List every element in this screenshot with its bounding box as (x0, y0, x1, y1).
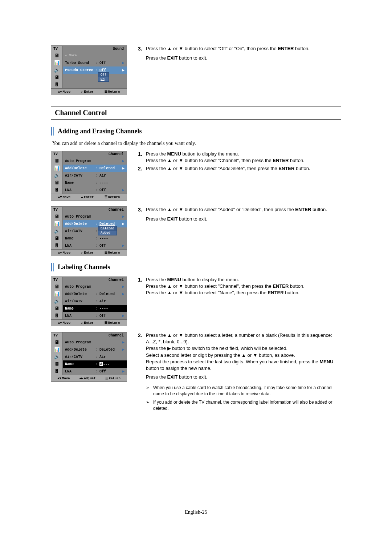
menu-row-pseudo-stereo[interactable]: Pseudo Stereo : Off ▶ Off On (63, 66, 127, 74)
sound-instructions: 3. Press the ▲ or ▼ button to select "Of… (138, 45, 341, 61)
name-edit-char[interactable]: A (99, 362, 103, 366)
label-instructions-2: 2. Press the ▲ or ▼ button to select a l… (138, 332, 341, 414)
right-icon: ▶ (122, 68, 124, 72)
subsection-adding-erasing: Adding and Erasing Channels (51, 127, 341, 136)
icon-sliders: 🎚 (51, 81, 62, 88)
add-delete-instructions-12: 1. Press the MENU button to display the … (138, 151, 341, 174)
menu-row-add-delete[interactable]: Add/Delete : Deleted ▶ (63, 165, 127, 172)
right-icon: ▶ (122, 61, 124, 65)
menu-row-air-catv[interactable]: Air/CATV : Air (63, 172, 127, 179)
channel-menu-4: TV Channel 🖥 📊 🔊 🖥 🎚 Auto Program ▶ Add/… (51, 332, 127, 382)
sub1-intro: You can add or delete a channel to displ… (52, 141, 341, 146)
channel-menu-1: TV Channel 🖥 📊 🔊 🖥 🎚 Auto Program ▶ Add/… (51, 151, 127, 201)
add-delete-row2: TV Channel 🖥 📊 🔊 🖥 🎚 Auto Program ▶ Add/… (51, 206, 341, 256)
up-icon: ▲ (65, 54, 67, 57)
tri-icon: ➢ (146, 385, 150, 397)
label-row1: TV Channel 🖥 📊 🔊 🖥 🎚 Auto Program ▶ Add/… (51, 276, 341, 326)
pseudo-stereo-dropdown[interactable]: Off On (98, 72, 109, 82)
menu-row-name-editing[interactable]: Name : A--- (63, 360, 127, 368)
menu-title: Sound (63, 46, 127, 52)
label-row2: TV Channel 🖥 📊 🔊 🖥 🎚 Auto Program ▶ Add/… (51, 332, 341, 414)
subsection-labeling: Labeling Channels (51, 263, 341, 271)
sound-section: TV Sound 🖥 📊 🔊 🖥 🎚 ▲ More Turbo Sound : (51, 45, 341, 95)
menu-row-lna[interactable]: LNA : Off ▶ (63, 186, 127, 194)
page-number: English-25 (0, 509, 392, 515)
menu-row-name-selected[interactable]: Name : ---- (63, 305, 127, 312)
icon-speaker: 🔊 (51, 66, 62, 74)
icon-pc: 🖥 (51, 74, 62, 81)
menu-row-name[interactable]: Name : ---- (63, 179, 127, 186)
menu-footer: ▲▼Move ↵Enter ☰Return (51, 88, 127, 95)
add-delete-row1: TV Channel 🖥 📊 🔊 🖥 🎚 Auto Program ▶ Add/… (51, 151, 341, 201)
add-delete-instructions-3: 3. Press the ▲ or ▼ button to select "Ad… (138, 206, 341, 222)
icon-bars: 📊 (51, 59, 62, 66)
notes: ➢ When you use a cable card to watch cab… (146, 385, 341, 411)
add-delete-dropdown[interactable]: Deleted Added (98, 226, 117, 235)
channel-menu-2: TV Channel 🖥 📊 🔊 🖥 🎚 Auto Program ▶ Add/… (51, 206, 127, 256)
channel-menu-3: TV Channel 🖥 📊 🔊 🖥 🎚 Auto Program ▶ Add/… (51, 276, 127, 326)
sound-menu: TV Sound 🖥 📊 🔊 🖥 🎚 ▲ More Turbo Sound : (51, 45, 127, 95)
menu-row-turbo-sound[interactable]: Turbo Sound : Off ▶ (63, 59, 127, 66)
label-instructions-1: 1. Press the MENU button to display the … (138, 276, 341, 298)
menu-sidebar-icons: 🖥 📊 🔊 🖥 🎚 (51, 52, 63, 88)
menu-row-auto-program[interactable]: Auto Program ▶ (63, 157, 127, 165)
tri-icon: ➢ (146, 399, 150, 412)
icon-tv: 🖥 (51, 52, 62, 59)
section-channel-control: Channel Control (51, 106, 341, 120)
menu-tv-label: TV (51, 46, 63, 52)
menu-more[interactable]: ▲ More (63, 52, 127, 59)
